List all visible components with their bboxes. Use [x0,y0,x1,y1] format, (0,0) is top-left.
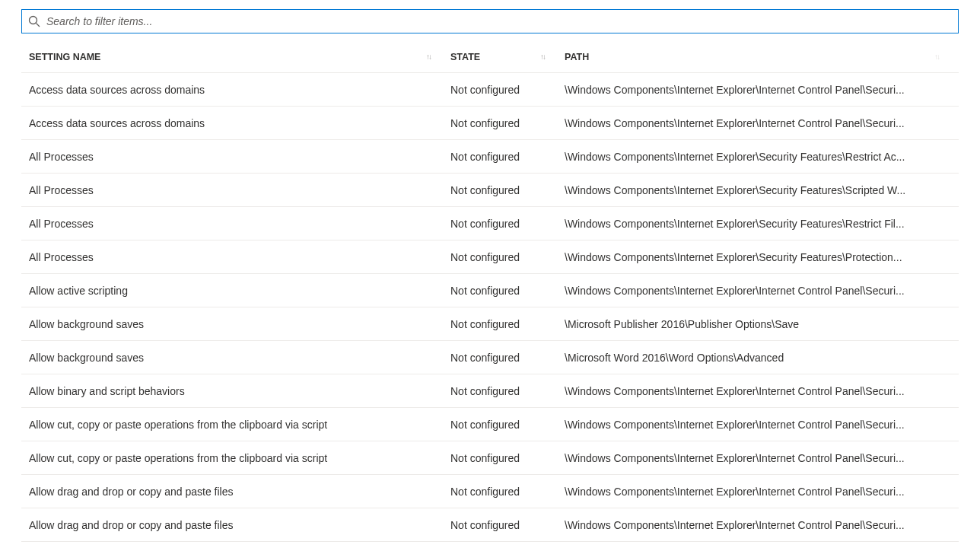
cell-setting-name: Allow background saves [21,318,450,330]
cell-setting-name: Allow binary and script behaviors [21,385,450,397]
cell-path: \Microsoft Publisher 2016\Publisher Opti… [565,318,959,330]
table-row[interactable]: Allow drag and drop or copy and paste fi… [21,475,959,508]
table-row[interactable]: Allow cut, copy or paste operations from… [21,441,959,475]
table-row[interactable]: Access data sources across domainsNot co… [21,107,959,140]
table-row[interactable]: All ProcessesNot configured\Windows Comp… [21,207,959,240]
sort-icon: ↑↓ [540,53,558,61]
svg-line-1 [37,24,40,27]
cell-setting-name: Allow drag and drop or copy and paste fi… [21,519,450,531]
cell-path: \Windows Components\Internet Explorer\Se… [565,218,959,230]
table-row[interactable]: Allow background savesNot configured\Mic… [21,307,959,341]
cell-setting-name: Allow cut, copy or paste operations from… [21,452,450,464]
table-row[interactable]: All ProcessesNot configured\Windows Comp… [21,140,959,174]
cell-setting-name: Allow drag and drop or copy and paste fi… [21,486,450,498]
cell-state: Not configured [450,218,565,230]
cell-setting-name: Access data sources across domains [21,84,450,96]
cell-path: \Windows Components\Internet Explorer\In… [565,285,959,297]
table-row[interactable]: Allow drag and drop or copy and paste fi… [21,508,959,542]
column-header-state-label: STATE [450,52,480,62]
search-icon [28,15,40,27]
search-container[interactable] [21,9,959,33]
cell-path: \Windows Components\Internet Explorer\In… [565,419,959,431]
settings-table: SETTING NAME ↑↓ STATE ↑↓ PATH ↑↓ Access … [21,41,959,542]
cell-path: \Windows Components\Internet Explorer\In… [565,84,959,96]
cell-path: \Windows Components\Internet Explorer\In… [565,385,959,397]
cell-setting-name: Access data sources across domains [21,117,450,129]
cell-state: Not configured [450,352,565,364]
table-body: Access data sources across domainsNot co… [21,73,959,542]
table-header-row: SETTING NAME ↑↓ STATE ↑↓ PATH ↑↓ [21,41,959,73]
cell-setting-name: Allow active scripting [21,285,450,297]
cell-path: \Windows Components\Internet Explorer\Se… [565,151,959,163]
table-row[interactable]: Allow cut, copy or paste operations from… [21,408,959,441]
sort-icon: ↑↓ [426,53,444,61]
cell-setting-name: Allow cut, copy or paste operations from… [21,419,450,431]
column-header-path-label: PATH [565,52,589,62]
cell-setting-name: All Processes [21,151,450,163]
cell-path: \Windows Components\Internet Explorer\In… [565,452,959,464]
cell-state: Not configured [450,184,565,196]
cell-path: \Windows Components\Internet Explorer\In… [565,486,959,498]
table-row[interactable]: Allow background savesNot configured\Mic… [21,341,959,374]
column-header-name-label: SETTING NAME [29,52,100,62]
table-row[interactable]: All ProcessesNot configured\Windows Comp… [21,240,959,274]
table-row[interactable]: Allow binary and script behaviorsNot con… [21,374,959,408]
column-header-path[interactable]: PATH ↑↓ [565,52,959,62]
search-input[interactable] [46,15,952,27]
cell-state: Not configured [450,452,565,464]
svg-point-0 [30,17,37,24]
cell-state: Not configured [450,151,565,163]
cell-state: Not configured [450,419,565,431]
cell-path: \Windows Components\Internet Explorer\In… [565,117,959,129]
sort-icon: ↑↓ [934,53,953,61]
cell-state: Not configured [450,519,565,531]
cell-state: Not configured [450,486,565,498]
table-row[interactable]: Allow active scriptingNot configured\Win… [21,274,959,307]
cell-setting-name: All Processes [21,218,450,230]
cell-state: Not configured [450,285,565,297]
cell-path: \Windows Components\Internet Explorer\Se… [565,184,959,196]
cell-path: \Microsoft Word 2016\Word Options\Advanc… [565,352,959,364]
cell-path: \Windows Components\Internet Explorer\Se… [565,251,959,263]
table-row[interactable]: Access data sources across domainsNot co… [21,73,959,107]
cell-state: Not configured [450,318,565,330]
cell-setting-name: Allow background saves [21,352,450,364]
cell-state: Not configured [450,117,565,129]
cell-setting-name: All Processes [21,184,450,196]
cell-setting-name: All Processes [21,251,450,263]
cell-state: Not configured [450,84,565,96]
cell-state: Not configured [450,385,565,397]
cell-path: \Windows Components\Internet Explorer\In… [565,519,959,531]
column-header-name[interactable]: SETTING NAME ↑↓ [21,52,450,62]
table-row[interactable]: All ProcessesNot configured\Windows Comp… [21,174,959,207]
cell-state: Not configured [450,251,565,263]
column-header-state[interactable]: STATE ↑↓ [450,52,565,62]
